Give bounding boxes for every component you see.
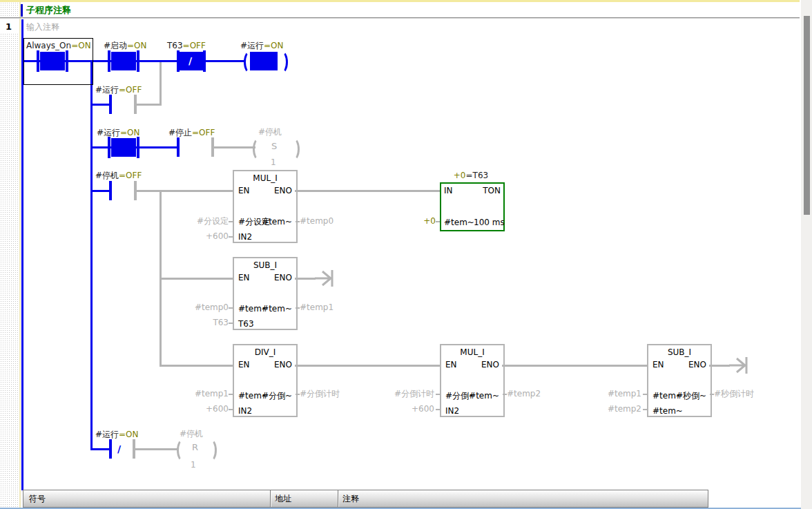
sub2-eno-wire bbox=[709, 365, 730, 367]
coil-run[interactable] bbox=[244, 50, 284, 72]
set-coil-letter: S bbox=[271, 142, 277, 151]
box-in2: IN2 bbox=[445, 406, 459, 416]
box-mul1[interactable]: MUL_I EN ENO #分设定 #tem~ IN2 bbox=[233, 170, 298, 243]
comment-separator-shadow bbox=[0, 18, 800, 19]
box-title: DIV_I bbox=[234, 347, 296, 357]
box-eno: ENO bbox=[481, 360, 499, 369]
operand-div1-out[interactable]: #分倒计时 bbox=[300, 389, 340, 398]
box-en: EN bbox=[238, 273, 250, 282]
box-out: #tem~ bbox=[262, 217, 292, 227]
contact-run-on[interactable] bbox=[108, 137, 139, 158]
operand-ton-pt[interactable]: +0 bbox=[387, 216, 436, 226]
wire-tick bbox=[229, 409, 233, 410]
box-sub1[interactable]: SUB_I EN ENO #tem~ #tem~ T63 bbox=[233, 257, 298, 330]
coil-paren bbox=[253, 137, 266, 161]
box-in2: IN2 bbox=[238, 232, 252, 242]
operand-sub1-out[interactable]: #temp1 bbox=[300, 302, 334, 312]
box-title: SUB_I bbox=[648, 347, 710, 357]
rung3-wire-blue bbox=[93, 190, 110, 192]
column-divider[interactable] bbox=[270, 490, 271, 507]
operand-div1-in1[interactable]: #temp1 bbox=[180, 389, 229, 398]
pou-comment-marker bbox=[21, 4, 23, 17]
box-ton-timer[interactable]: IN TON #tem~ 100 ms bbox=[440, 182, 505, 231]
network-number[interactable]: 1 bbox=[6, 21, 12, 32]
ton-operand-label: +0=T63 bbox=[440, 171, 502, 180]
column-header-address[interactable]: 地址 bbox=[275, 493, 291, 505]
box-out: #tem~ bbox=[469, 391, 499, 401]
sub1-eno-wire bbox=[295, 278, 316, 280]
box-mul2[interactable]: MUL_I EN ENO #分倒~ #tem~ IN2 bbox=[440, 344, 505, 417]
wire-tick bbox=[296, 307, 300, 309]
box-eno: ENO bbox=[688, 360, 706, 369]
contact-fill bbox=[111, 52, 136, 70]
contact-label-stopmachine-off: #停机=OFF bbox=[95, 171, 142, 180]
contact-run-off[interactable] bbox=[109, 95, 137, 114]
contact-label-start: #启动=ON bbox=[104, 41, 147, 50]
open-wire-arrow-icon bbox=[315, 268, 338, 289]
sub1-en-wire bbox=[162, 278, 233, 280]
rung4-wire-blue bbox=[90, 448, 110, 450]
coil-set-stopmachine[interactable]: S bbox=[253, 137, 296, 157]
contact-bar bbox=[108, 50, 110, 72]
contact-bar bbox=[137, 50, 139, 72]
network-margin-gutter[interactable] bbox=[0, 2, 19, 509]
wire-tick bbox=[229, 307, 233, 309]
box-title: SUB_I bbox=[234, 260, 296, 270]
branch-wire-blue bbox=[93, 104, 110, 106]
box-eno: ENO bbox=[274, 360, 292, 369]
mul2-to-sub2-wire bbox=[502, 365, 647, 367]
operand-div1-in2[interactable]: +600 bbox=[180, 404, 229, 414]
branch-rejoin-wire bbox=[160, 62, 162, 105]
contact-label-run-on: #运行=ON bbox=[97, 128, 140, 137]
contact-run-nc[interactable]: / bbox=[109, 439, 135, 459]
box-sub2[interactable]: SUB_I EN ENO #tem~ #秒倒~ #tem~ bbox=[647, 344, 712, 417]
operand-sub2-in2[interactable]: #temp2 bbox=[593, 404, 641, 414]
box-div1[interactable]: DIV_I EN ENO #tem~ #分倒~ IN2 bbox=[233, 344, 298, 417]
contact-bar bbox=[137, 137, 139, 158]
operand-sub1-in1[interactable]: #temp0 bbox=[180, 302, 229, 312]
contact-start[interactable] bbox=[108, 50, 139, 72]
operand-mul2-out[interactable]: #temp2 bbox=[507, 389, 541, 398]
div1-to-mul2-wire bbox=[295, 365, 440, 367]
symbol-table-header: 符号 地址 注释 bbox=[23, 490, 708, 508]
contact-stop[interactable] bbox=[177, 137, 214, 157]
contact-label-run-nc: #运行=ON bbox=[95, 430, 139, 439]
box-in2: #tem~ bbox=[652, 406, 683, 416]
wire-tick bbox=[436, 394, 440, 395]
box-out: #分倒~ bbox=[262, 391, 292, 401]
coil-reset-stopmachine[interactable]: R bbox=[177, 439, 213, 458]
operand-mul2-in1[interactable]: #分倒计时 bbox=[379, 389, 434, 398]
div1-en-wire bbox=[162, 365, 233, 367]
gutter-separator bbox=[19, 2, 21, 509]
mul1-to-ton-wire bbox=[295, 190, 440, 192]
operand-mul2-in2[interactable]: +600 bbox=[386, 404, 434, 414]
operand-mul1-out[interactable]: #temp0 bbox=[300, 216, 334, 226]
wire-tick bbox=[229, 236, 233, 238]
column-header-comment[interactable]: 注释 bbox=[342, 493, 359, 505]
coil-label-stopmachine-s: #停机 bbox=[258, 127, 282, 137]
network-comment-text[interactable]: 输入注释 bbox=[26, 21, 59, 33]
operand-sub1-in2[interactable]: T63 bbox=[180, 318, 229, 327]
operand-mul1-in1[interactable]: #分设定 bbox=[180, 216, 229, 226]
operand-mul1-in2[interactable]: +600 bbox=[180, 231, 229, 241]
contact-t63-nc[interactable]: / bbox=[177, 50, 206, 72]
operand-sub2-out[interactable]: #秒倒计时 bbox=[714, 389, 754, 398]
pou-comment-text[interactable]: 子程序注释 bbox=[26, 4, 71, 17]
contact-label-t63: T63=OFF bbox=[167, 41, 206, 50]
wire-tick bbox=[436, 409, 440, 410]
contact-fill bbox=[111, 138, 136, 157]
branch-wire-gray bbox=[137, 104, 162, 106]
contact-bar bbox=[109, 439, 112, 459]
contact-label-stop: #停止=OFF bbox=[168, 128, 215, 137]
box-en: EN bbox=[652, 360, 664, 369]
box-eno: ENO bbox=[274, 273, 292, 282]
box-in: IN bbox=[444, 186, 453, 195]
wire-tick bbox=[229, 394, 233, 395]
operand-sub2-in1[interactable]: #temp1 bbox=[593, 389, 641, 398]
column-header-symbol[interactable]: 符号 bbox=[29, 493, 46, 505]
box-timebase: 100 ms bbox=[474, 218, 505, 227]
vertical-scrollbar-thumb[interactable] bbox=[804, 16, 810, 215]
column-divider[interactable] bbox=[338, 490, 338, 507]
contact-stopmachine-off[interactable] bbox=[109, 181, 137, 200]
box-title: MUL_I bbox=[234, 173, 296, 183]
